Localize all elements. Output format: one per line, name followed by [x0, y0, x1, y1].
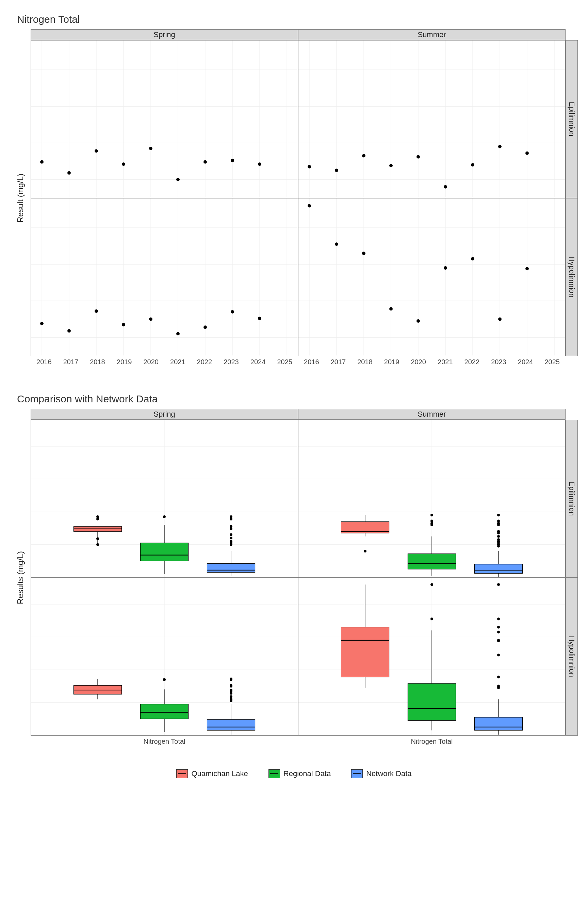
svg-point-121 — [230, 525, 233, 528]
svg-point-15 — [67, 171, 71, 175]
svg-point-40 — [389, 164, 393, 167]
svg-point-19 — [176, 178, 180, 181]
legend-item-quamichan: Quamichan Lake — [176, 769, 248, 778]
panel-spring-hypo: 1234 — [31, 198, 298, 356]
svg-point-66 — [204, 325, 207, 329]
legend-swatch-red — [176, 769, 188, 778]
box-panel-summer-hypo — [298, 578, 565, 736]
legend-label-n: Network Data — [366, 769, 411, 778]
svg-point-152 — [497, 535, 500, 538]
svg-point-14 — [40, 160, 44, 164]
svg-point-209 — [497, 685, 500, 688]
svg-point-37 — [308, 165, 311, 168]
svg-point-38 — [335, 168, 338, 172]
legend-item-regional: Regional Data — [268, 769, 331, 778]
box-panel-spring-epi: 01234 — [31, 420, 298, 578]
svg-point-21 — [231, 158, 234, 162]
svg-point-123 — [230, 516, 233, 518]
row-strip-epi-2: Epilimnion — [565, 420, 578, 578]
scatter-x-ticks: 2016201720182019202020212022202320242025… — [10, 356, 578, 366]
svg-point-118 — [230, 537, 233, 539]
legend-item-network: Network Data — [351, 769, 411, 778]
svg-rect-137 — [408, 554, 456, 569]
box-y-label: Results (mg/L) — [10, 420, 31, 736]
svg-point-203 — [430, 583, 433, 586]
col-strip-summer: Summer — [298, 29, 565, 40]
svg-point-179 — [230, 698, 233, 700]
svg-point-119 — [230, 533, 233, 536]
scatter-title: Nitrogen Total — [17, 14, 578, 25]
svg-point-42 — [444, 185, 447, 189]
svg-rect-200 — [408, 684, 456, 721]
svg-point-90 — [498, 318, 502, 321]
svg-point-84 — [335, 242, 338, 246]
legend: Quamichan Lake Regional Data Network Dat… — [10, 769, 578, 778]
svg-point-88 — [444, 266, 447, 270]
svg-point-173 — [163, 678, 166, 681]
svg-point-65 — [176, 332, 180, 336]
svg-point-202 — [430, 618, 433, 620]
svg-point-104 — [96, 537, 99, 540]
svg-rect-196 — [341, 627, 389, 677]
box-chart-block: Comparison with Network Data Spring Summ… — [10, 393, 578, 778]
svg-rect-113 — [207, 564, 255, 572]
svg-point-211 — [497, 653, 500, 656]
col-strip-summer-2: Summer — [298, 409, 565, 420]
panel-spring-epi: 1234 — [31, 40, 298, 198]
svg-point-216 — [497, 618, 500, 620]
svg-point-41 — [417, 155, 420, 158]
svg-point-215 — [497, 626, 500, 628]
box-x-label-2: Nitrogen Total — [298, 738, 565, 745]
svg-point-20 — [204, 160, 207, 164]
legend-label-r: Regional Data — [283, 769, 331, 778]
svg-point-45 — [525, 152, 529, 155]
legend-swatch-green — [268, 769, 280, 778]
svg-point-187 — [230, 677, 233, 680]
row-strip-hypo-2: Hypolimnion — [565, 578, 578, 736]
svg-point-183 — [230, 689, 233, 691]
svg-point-210 — [497, 676, 500, 678]
svg-point-44 — [498, 145, 502, 149]
svg-point-91 — [525, 267, 529, 270]
svg-point-134 — [364, 550, 367, 553]
legend-swatch-blue — [351, 769, 363, 778]
box-x-ticks: Nitrogen Total Nitrogen Total — [10, 736, 578, 745]
svg-point-151 — [497, 538, 500, 541]
svg-rect-108 — [140, 543, 188, 561]
svg-point-68 — [258, 317, 261, 320]
svg-point-103 — [96, 518, 99, 521]
svg-point-83 — [308, 204, 311, 207]
svg-point-18 — [149, 147, 152, 150]
svg-point-214 — [497, 631, 500, 634]
box-panel-summer-epi — [298, 420, 565, 578]
svg-point-110 — [163, 516, 166, 518]
svg-point-180 — [230, 695, 233, 698]
svg-point-142 — [430, 514, 433, 516]
svg-point-117 — [230, 540, 233, 543]
svg-point-67 — [231, 310, 234, 314]
svg-rect-171 — [140, 704, 188, 719]
svg-point-86 — [389, 307, 393, 310]
svg-point-62 — [95, 309, 98, 313]
svg-point-87 — [417, 319, 420, 323]
row-strip-epi: Epilimnion — [565, 40, 578, 198]
svg-point-213 — [497, 639, 500, 642]
svg-point-85 — [362, 252, 365, 255]
col-strip-spring-2: Spring — [31, 409, 298, 420]
box-x-label-1: Nitrogen Total — [31, 738, 298, 745]
scatter-chart-block: Nitrogen Total Spring Summer Result (mg/… — [10, 14, 578, 366]
svg-point-154 — [497, 530, 500, 533]
svg-point-61 — [67, 329, 71, 333]
svg-rect-145 — [474, 564, 522, 574]
svg-point-43 — [471, 163, 474, 167]
legend-label-q: Quamichan Lake — [191, 769, 248, 778]
scatter-y-label: Result (mg/L) — [10, 40, 31, 356]
svg-point-16 — [95, 149, 98, 152]
svg-point-158 — [497, 514, 500, 516]
svg-point-217 — [497, 583, 500, 586]
box-facet-grid: Spring Summer Results (mg/L) 01234 Epili… — [10, 409, 578, 736]
svg-point-39 — [362, 154, 365, 157]
svg-point-157 — [497, 519, 500, 522]
svg-point-22 — [258, 162, 261, 166]
svg-point-141 — [430, 519, 433, 522]
